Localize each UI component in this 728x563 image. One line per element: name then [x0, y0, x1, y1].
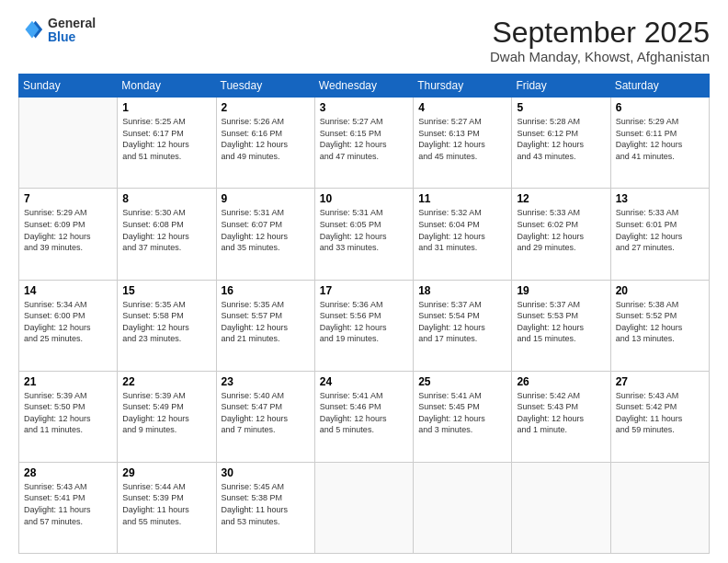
day-info: Sunrise: 5:37 AM Sunset: 5:53 PM Dayligh… [517, 299, 605, 345]
table-row: 30Sunrise: 5:45 AM Sunset: 5:38 PM Dayli… [216, 462, 314, 553]
calendar-subtitle: Dwah Manday, Khowst, Afghanistan [490, 49, 710, 64]
col-saturday: Saturday [610, 75, 709, 98]
day-number: 28 [24, 466, 112, 479]
day-info: Sunrise: 5:39 AM Sunset: 5:50 PM Dayligh… [24, 390, 112, 436]
day-info: Sunrise: 5:33 AM Sunset: 6:01 PM Dayligh… [616, 207, 704, 253]
day-number: 3 [320, 101, 408, 114]
day-info: Sunrise: 5:34 AM Sunset: 6:00 PM Dayligh… [24, 299, 112, 345]
day-number: 23 [222, 375, 310, 388]
day-number: 6 [616, 101, 704, 114]
day-info: Sunrise: 5:27 AM Sunset: 6:13 PM Dayligh… [418, 116, 506, 162]
table-row: 21Sunrise: 5:39 AM Sunset: 5:50 PM Dayli… [19, 371, 118, 462]
day-info: Sunrise: 5:29 AM Sunset: 6:09 PM Dayligh… [24, 207, 112, 253]
day-info: Sunrise: 5:25 AM Sunset: 6:17 PM Dayligh… [122, 116, 210, 162]
col-wednesday: Wednesday [314, 75, 413, 98]
table-row: 3Sunrise: 5:27 AM Sunset: 6:15 PM Daylig… [314, 98, 413, 189]
title-block: September 2025 Dwah Manday, Khowst, Afgh… [490, 17, 710, 64]
calendar-title: September 2025 [490, 17, 710, 49]
calendar-header-row: Sunday Monday Tuesday Wednesday Thursday… [19, 75, 710, 98]
day-number: 5 [517, 101, 605, 114]
table-row: 13Sunrise: 5:33 AM Sunset: 6:01 PM Dayli… [610, 189, 709, 280]
day-number: 15 [122, 284, 210, 297]
day-number: 14 [24, 284, 112, 297]
day-number: 12 [517, 192, 605, 205]
col-friday: Friday [512, 75, 610, 98]
table-row [314, 462, 413, 553]
day-number: 25 [418, 375, 506, 388]
table-row: 6Sunrise: 5:29 AM Sunset: 6:11 PM Daylig… [610, 98, 709, 189]
day-number: 27 [616, 375, 704, 388]
page: General Blue September 2025 Dwah Manday,… [0, 0, 728, 563]
calendar-week-row: 14Sunrise: 5:34 AM Sunset: 6:00 PM Dayli… [19, 280, 710, 371]
table-row [512, 462, 610, 553]
day-number: 7 [24, 192, 112, 205]
table-row: 22Sunrise: 5:39 AM Sunset: 5:49 PM Dayli… [118, 371, 216, 462]
table-row: 28Sunrise: 5:43 AM Sunset: 5:41 PM Dayli… [19, 462, 118, 553]
table-row: 26Sunrise: 5:42 AM Sunset: 5:43 PM Dayli… [512, 371, 610, 462]
day-info: Sunrise: 5:44 AM Sunset: 5:39 PM Dayligh… [122, 481, 210, 527]
table-row: 8Sunrise: 5:30 AM Sunset: 6:08 PM Daylig… [118, 189, 216, 280]
table-row: 7Sunrise: 5:29 AM Sunset: 6:09 PM Daylig… [19, 189, 118, 280]
day-info: Sunrise: 5:27 AM Sunset: 6:15 PM Dayligh… [320, 116, 408, 162]
day-number: 26 [517, 375, 605, 388]
table-row: 12Sunrise: 5:33 AM Sunset: 6:02 PM Dayli… [512, 189, 610, 280]
day-number: 18 [418, 284, 506, 297]
table-row: 23Sunrise: 5:40 AM Sunset: 5:47 PM Dayli… [216, 371, 314, 462]
day-info: Sunrise: 5:41 AM Sunset: 5:45 PM Dayligh… [418, 390, 506, 436]
table-row: 20Sunrise: 5:38 AM Sunset: 5:52 PM Dayli… [610, 280, 709, 371]
day-number: 17 [320, 284, 408, 297]
day-number: 19 [517, 284, 605, 297]
table-row: 10Sunrise: 5:31 AM Sunset: 6:05 PM Dayli… [314, 189, 413, 280]
day-info: Sunrise: 5:43 AM Sunset: 5:41 PM Dayligh… [24, 481, 112, 527]
day-number: 9 [222, 192, 310, 205]
table-row: 1Sunrise: 5:25 AM Sunset: 6:17 PM Daylig… [118, 98, 216, 189]
day-number: 10 [320, 192, 408, 205]
day-info: Sunrise: 5:26 AM Sunset: 6:16 PM Dayligh… [222, 116, 310, 162]
col-tuesday: Tuesday [216, 75, 314, 98]
calendar-week-row: 28Sunrise: 5:43 AM Sunset: 5:41 PM Dayli… [19, 462, 710, 553]
day-number: 4 [418, 101, 506, 114]
table-row: 27Sunrise: 5:43 AM Sunset: 5:42 PM Dayli… [610, 371, 709, 462]
day-number: 13 [616, 192, 704, 205]
day-number: 8 [122, 192, 210, 205]
col-sunday: Sunday [19, 75, 118, 98]
day-info: Sunrise: 5:35 AM Sunset: 5:58 PM Dayligh… [122, 299, 210, 345]
day-info: Sunrise: 5:31 AM Sunset: 6:07 PM Dayligh… [222, 207, 310, 253]
calendar-week-row: 7Sunrise: 5:29 AM Sunset: 6:09 PM Daylig… [19, 189, 710, 280]
day-info: Sunrise: 5:33 AM Sunset: 6:02 PM Dayligh… [517, 207, 605, 253]
day-number: 11 [418, 192, 506, 205]
table-row: 29Sunrise: 5:44 AM Sunset: 5:39 PM Dayli… [118, 462, 216, 553]
day-info: Sunrise: 5:40 AM Sunset: 5:47 PM Dayligh… [222, 390, 310, 436]
day-number: 30 [222, 466, 310, 479]
calendar-table: Sunday Monday Tuesday Wednesday Thursday… [18, 74, 710, 554]
logo-blue-text: Blue [48, 30, 96, 44]
table-row [414, 462, 512, 553]
logo-text: General Blue [48, 17, 96, 45]
day-number: 21 [24, 375, 112, 388]
day-number: 1 [122, 101, 210, 114]
table-row: 25Sunrise: 5:41 AM Sunset: 5:45 PM Dayli… [414, 371, 512, 462]
day-info: Sunrise: 5:28 AM Sunset: 6:12 PM Dayligh… [517, 116, 605, 162]
table-row: 14Sunrise: 5:34 AM Sunset: 6:00 PM Dayli… [19, 280, 118, 371]
calendar-week-row: 1Sunrise: 5:25 AM Sunset: 6:17 PM Daylig… [19, 98, 710, 189]
day-number: 29 [122, 466, 210, 479]
table-row: 15Sunrise: 5:35 AM Sunset: 5:58 PM Dayli… [118, 280, 216, 371]
logo-icon [18, 17, 44, 43]
col-monday: Monday [118, 75, 216, 98]
day-number: 24 [320, 375, 408, 388]
day-info: Sunrise: 5:45 AM Sunset: 5:38 PM Dayligh… [222, 481, 310, 527]
table-row: 11Sunrise: 5:32 AM Sunset: 6:04 PM Dayli… [414, 189, 512, 280]
day-info: Sunrise: 5:35 AM Sunset: 5:57 PM Dayligh… [222, 299, 310, 345]
table-row: 4Sunrise: 5:27 AM Sunset: 6:13 PM Daylig… [414, 98, 512, 189]
table-row: 17Sunrise: 5:36 AM Sunset: 5:56 PM Dayli… [314, 280, 413, 371]
day-number: 22 [122, 375, 210, 388]
col-thursday: Thursday [414, 75, 512, 98]
day-info: Sunrise: 5:43 AM Sunset: 5:42 PM Dayligh… [616, 390, 704, 436]
logo-general-text: General [48, 17, 96, 30]
table-row: 18Sunrise: 5:37 AM Sunset: 5:54 PM Dayli… [414, 280, 512, 371]
day-number: 16 [222, 284, 310, 297]
day-info: Sunrise: 5:37 AM Sunset: 5:54 PM Dayligh… [418, 299, 506, 345]
day-info: Sunrise: 5:32 AM Sunset: 6:04 PM Dayligh… [418, 207, 506, 253]
logo: General Blue [18, 17, 96, 45]
day-info: Sunrise: 5:36 AM Sunset: 5:56 PM Dayligh… [320, 299, 408, 345]
